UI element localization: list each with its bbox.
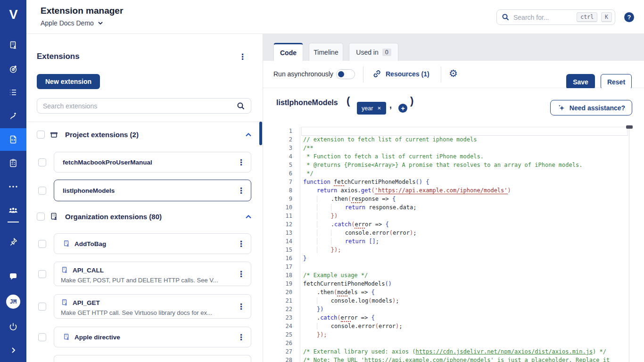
code-line: 22 }) — [263, 305, 644, 313]
extension-description: Make GET HTTP call. See Virtuoso library… — [61, 309, 231, 316]
reset-button[interactable]: Reset — [601, 74, 632, 90]
journey-path-icon — [8, 111, 18, 121]
extension-card-fetchMacbookProUserManual[interactable]: fetchMacbookProUserManual ⋮ — [54, 152, 251, 173]
extensions-search-input[interactable] — [43, 102, 237, 110]
code-editor[interactable]: 12// extension to fetch list of current … — [263, 127, 644, 362]
chevron-up-icon[interactable] — [244, 213, 253, 221]
code-line: 10 return response.data; — [263, 203, 644, 212]
new-extension-button[interactable]: New extension — [37, 74, 100, 89]
top-header: Extension manager Apple Docs Demo ctrl K… — [26, 0, 644, 34]
gear-icon[interactable]: ⚙ — [449, 68, 458, 80]
remove-param-icon[interactable]: ✕ — [377, 106, 381, 111]
checkbox[interactable] — [37, 131, 45, 139]
add-param-button[interactable]: + — [398, 104, 407, 113]
extension-card-AddToBag[interactable]: AddToBag ⋮ — [54, 233, 251, 254]
save-button[interactable]: Save — [566, 74, 595, 90]
checkbox[interactable] — [38, 158, 46, 166]
card-menu-button[interactable]: ⋮ — [237, 333, 245, 341]
extension-card-listIphoneModels[interactable]: listIphoneModels ⋮ — [54, 180, 251, 201]
code-line: 28/* Note: The URL 'https://api.example.… — [263, 356, 644, 362]
need-assistance-button[interactable]: Need assistance? — [550, 100, 632, 115]
sidebar-item-extensions[interactable] — [0, 128, 26, 151]
run-async-toggle[interactable] — [336, 69, 355, 79]
used-in-count-badge: 0 — [382, 49, 391, 56]
code-line: 16} — [263, 254, 644, 263]
resources-button[interactable]: Resources (1) — [372, 69, 429, 78]
extension-card-API_CALL[interactable]: API_CALL Make GET, POST, PUT and DELETE … — [54, 262, 251, 286]
tab-label: Timeline — [314, 49, 338, 56]
card-menu-button[interactable]: ⋮ — [237, 303, 245, 311]
tab-used-in[interactable]: Used in 0 — [349, 43, 398, 61]
card-menu-button[interactable]: ⋮ — [237, 240, 245, 248]
archive-box-icon — [50, 130, 58, 139]
search-icon[interactable] — [237, 102, 245, 110]
extensions-menu-button[interactable]: ⋮ — [239, 53, 247, 61]
code-line: 1 — [263, 127, 644, 135]
checklist-icon — [8, 158, 18, 168]
param-comma: , — [389, 100, 392, 110]
code-line: 9 .then(response => { — [263, 195, 644, 203]
checkbox[interactable] — [38, 187, 46, 195]
kbd-k: K — [601, 12, 612, 22]
sidebar-item-list[interactable] — [0, 81, 26, 104]
sidebar-item-journeys[interactable] — [0, 105, 26, 127]
sidebar-item-users[interactable] — [0, 199, 26, 222]
checkbox[interactable] — [38, 333, 46, 341]
chevron-up-icon[interactable] — [244, 131, 253, 139]
extension-code-file-icon — [8, 135, 18, 144]
sidebar-item-logout[interactable] — [0, 315, 26, 338]
sparkle-icon — [557, 104, 566, 112]
sidebar-item-expand[interactable] — [0, 339, 26, 362]
organization-icon — [61, 299, 68, 306]
checkbox[interactable] — [38, 240, 46, 248]
checkbox[interactable] — [38, 303, 46, 311]
code-line: 6 */ — [263, 169, 644, 178]
kbd-ctrl: ctrl — [577, 12, 597, 22]
code-scrollbar-track — [629, 125, 629, 362]
extension-name: AddToBag — [74, 240, 106, 247]
more-dots-icon — [8, 182, 18, 191]
chat-icon — [8, 272, 18, 281]
user-avatar[interactable]: JM — [6, 295, 20, 309]
sidebar-item-pin[interactable] — [0, 230, 26, 253]
project-name: Apple Docs Demo — [41, 19, 94, 27]
sidebar-item-chat[interactable] — [0, 265, 26, 288]
power-icon — [8, 322, 18, 331]
organization-icon — [8, 41, 18, 50]
card-menu-button[interactable]: ⋮ — [237, 270, 245, 278]
sidebar-item-organization[interactable] — [0, 34, 26, 57]
checkbox[interactable] — [38, 270, 46, 278]
code-line: 26 — [263, 339, 644, 347]
app-sidebar: V JM — [0, 0, 26, 362]
sidebar-item-more[interactable] — [0, 175, 26, 198]
section-organization-extensions: Organization extensions (80) — [37, 212, 253, 221]
organization-icon — [63, 240, 70, 247]
toolbar-divider — [363, 66, 363, 82]
project-selector[interactable]: Apple Docs Demo — [41, 19, 104, 27]
sidebar-item-checklist[interactable] — [0, 152, 26, 174]
card-menu-button[interactable]: ⋮ — [237, 158, 245, 166]
link-icon — [372, 69, 381, 78]
extensions-list-scrollbar[interactable] — [259, 122, 262, 145]
extension-card-Apple-directive[interactable]: Apple directive ⋮ — [54, 327, 251, 347]
code-line: 7function fetchCurrentiPhoneModels() { — [263, 178, 644, 186]
code-lines: 12// extension to fetch list of current … — [263, 127, 644, 362]
param-chip-year[interactable]: year ✕ — [357, 102, 386, 115]
tab-code[interactable]: Code — [273, 43, 303, 61]
run-async-label: Run asynchronously — [273, 70, 333, 78]
card-menu-button[interactable]: ⋮ — [237, 187, 245, 195]
tab-timeline[interactable]: Timeline — [309, 43, 343, 61]
help-button[interactable]: ? — [624, 12, 634, 22]
code-line: 2// extension to fetch list of current i… — [263, 135, 644, 144]
section-label: Project extensions (2) — [65, 131, 239, 139]
extension-card-API_GET[interactable]: API_GET Make GET HTTP call. See Virtuoso… — [54, 294, 251, 319]
expand-chevron-icon — [9, 346, 17, 354]
sidebar-item-goals[interactable] — [0, 58, 26, 80]
tab-label: Used in — [356, 49, 378, 56]
checkbox[interactable] — [37, 213, 45, 221]
global-search-input[interactable] — [513, 14, 573, 21]
code-scrollbar-thumb[interactable] — [626, 125, 633, 129]
code-line: 18/* Example usage */ — [263, 271, 644, 280]
chevron-down-icon — [97, 19, 104, 27]
sidebar-divider — [8, 222, 19, 222]
